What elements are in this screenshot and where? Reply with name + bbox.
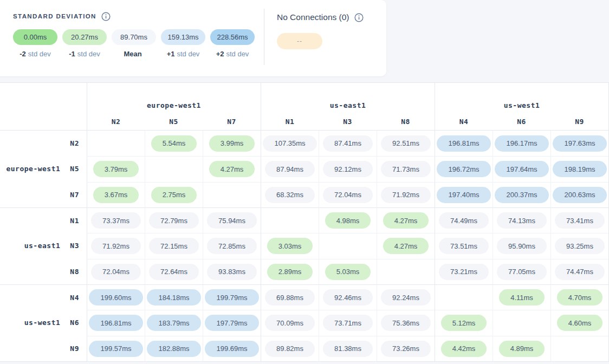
latency-pill[interactable]: 183.79ms — [147, 315, 200, 331]
latency-pill[interactable]: 196.72ms — [437, 161, 490, 177]
latency-pill[interactable]: 75.94ms — [207, 212, 257, 229]
latency-cell-N3-N7[interactable]: 72.85ms — [203, 233, 261, 258]
latency-cell-N9-N4[interactable]: 4.42ms — [435, 336, 493, 361]
latency-pill[interactable]: 92.24ms — [381, 289, 431, 306]
latency-cell-N5-N2[interactable]: 3.79ms — [87, 156, 145, 181]
latency-pill[interactable]: 73.71ms — [323, 315, 373, 331]
latency-cell-N2-N6[interactable]: 196.17ms — [493, 131, 550, 156]
latency-pill[interactable]: 4.98ms — [325, 212, 371, 229]
latency-cell-N7-N1[interactable]: 68.32ms — [261, 182, 319, 207]
latency-cell-N4-N2[interactable]: 199.60ms — [87, 284, 145, 310]
latency-cell-N8-N3[interactable]: 5.03ms — [319, 259, 377, 284]
latency-pill[interactable]: 4.11ms — [499, 289, 545, 306]
latency-cell-N6-N9[interactable]: 4.60ms — [550, 310, 608, 335]
latency-pill[interactable]: 198.19ms — [553, 161, 606, 177]
latency-pill[interactable]: 5.03ms — [325, 264, 371, 280]
latency-pill[interactable]: 197.40ms — [437, 187, 490, 203]
latency-cell-N3-N8[interactable]: 4.27ms — [377, 233, 435, 258]
latency-cell-N8-N2[interactable]: 72.04ms — [87, 259, 145, 284]
latency-cell-N6-N7[interactable]: 197.79ms — [203, 310, 261, 335]
latency-cell-N5-N9[interactable]: 198.19ms — [550, 156, 608, 181]
latency-pill[interactable]: 89.82ms — [265, 341, 315, 357]
latency-pill[interactable]: 196.81ms — [437, 135, 490, 152]
latency-pill[interactable]: 199.69ms — [205, 341, 258, 357]
latency-cell-N3-N6[interactable]: 95.90ms — [493, 233, 550, 258]
latency-pill[interactable]: 92.51ms — [381, 135, 431, 152]
info-icon[interactable] — [101, 12, 111, 21]
latency-cell-N7-N5[interactable]: 2.75ms — [145, 182, 203, 207]
latency-cell-N3-N2[interactable]: 71.92ms — [87, 233, 145, 258]
latency-cell-N3-N1[interactable]: 3.03ms — [261, 233, 319, 258]
latency-cell-N7-N2[interactable]: 3.67ms — [87, 182, 145, 207]
latency-cell-N6-N3[interactable]: 73.71ms — [319, 310, 377, 335]
latency-pill[interactable]: 3.03ms — [267, 238, 313, 254]
latency-pill[interactable]: 197.64ms — [495, 161, 548, 177]
latency-pill[interactable]: 72.04ms — [323, 187, 373, 203]
latency-pill[interactable]: 95.90ms — [497, 238, 547, 254]
latency-cell-N7-N4[interactable]: 197.40ms — [435, 182, 493, 207]
latency-pill[interactable]: 71.73ms — [381, 161, 431, 177]
latency-cell-N1-N3[interactable]: 4.98ms — [319, 207, 377, 233]
latency-cell-N2-N9[interactable]: 197.63ms — [550, 131, 608, 156]
latency-pill[interactable]: 4.60ms — [557, 315, 603, 331]
latency-cell-N1-N4[interactable]: 74.49ms — [435, 207, 493, 233]
latency-pill[interactable]: 196.81ms — [89, 315, 142, 331]
latency-pill[interactable]: 77.05ms — [497, 264, 547, 280]
latency-cell-N9-N3[interactable]: 81.38ms — [319, 336, 377, 361]
latency-pill[interactable]: 5.12ms — [441, 315, 487, 331]
latency-pill[interactable]: 93.25ms — [555, 238, 605, 254]
latency-cell-N8-N4[interactable]: 73.21ms — [435, 259, 493, 284]
latency-cell-N4-N1[interactable]: 69.88ms — [261, 284, 319, 310]
latency-cell-N9-N5[interactable]: 182.88ms — [145, 336, 203, 361]
latency-cell-N1-N5[interactable]: 72.79ms — [145, 207, 203, 233]
latency-pill[interactable]: 4.42ms — [441, 341, 487, 357]
latency-pill[interactable]: 72.79ms — [149, 212, 199, 229]
latency-pill[interactable]: 197.79ms — [205, 315, 258, 331]
latency-pill[interactable]: 74.47ms — [555, 264, 605, 280]
latency-pill[interactable]: 199.57ms — [89, 341, 142, 357]
latency-cell-N9-N2[interactable]: 199.57ms — [87, 336, 145, 361]
latency-pill[interactable]: 70.09ms — [265, 315, 315, 331]
latency-pill[interactable]: 4.27ms — [383, 238, 429, 254]
latency-cell-N3-N4[interactable]: 73.51ms — [435, 233, 493, 258]
latency-cell-N2-N5[interactable]: 5.54ms — [145, 131, 203, 156]
latency-pill[interactable]: 73.41ms — [555, 212, 605, 229]
latency-pill[interactable]: 74.13ms — [497, 212, 547, 229]
latency-pill[interactable]: 3.67ms — [93, 187, 139, 203]
latency-cell-N5-N3[interactable]: 92.12ms — [319, 156, 377, 181]
latency-cell-N4-N5[interactable]: 184.18ms — [145, 284, 203, 310]
info-icon[interactable] — [354, 13, 364, 22]
latency-pill[interactable]: 4.27ms — [209, 161, 255, 177]
latency-cell-N6-N1[interactable]: 70.09ms — [261, 310, 319, 335]
latency-cell-N3-N9[interactable]: 93.25ms — [550, 233, 608, 258]
latency-cell-N5-N6[interactable]: 197.64ms — [493, 156, 550, 181]
latency-cell-N9-N7[interactable]: 199.69ms — [203, 336, 261, 361]
latency-pill[interactable]: 68.32ms — [265, 187, 315, 203]
latency-cell-N8-N9[interactable]: 74.47ms — [550, 259, 608, 284]
latency-pill[interactable]: 92.46ms — [323, 289, 373, 306]
latency-cell-N2-N4[interactable]: 196.81ms — [435, 131, 493, 156]
latency-cell-N8-N7[interactable]: 93.83ms — [203, 259, 261, 284]
latency-pill[interactable]: 197.63ms — [553, 135, 606, 152]
latency-pill[interactable]: 72.85ms — [207, 238, 257, 254]
latency-pill[interactable]: 72.15ms — [149, 238, 199, 254]
latency-cell-N4-N8[interactable]: 92.24ms — [377, 284, 435, 310]
latency-pill[interactable]: 87.41ms — [323, 135, 373, 152]
latency-pill[interactable]: 4.70ms — [557, 289, 603, 306]
latency-pill[interactable]: 196.17ms — [495, 135, 548, 152]
latency-pill[interactable]: 2.89ms — [267, 264, 313, 280]
latency-pill[interactable]: 107.35ms — [263, 135, 316, 152]
latency-cell-N7-N6[interactable]: 200.37ms — [493, 182, 550, 207]
latency-cell-N1-N7[interactable]: 75.94ms — [203, 207, 261, 233]
latency-pill[interactable]: 184.18ms — [147, 289, 200, 306]
latency-pill[interactable]: 72.64ms — [149, 264, 199, 280]
latency-cell-N5-N8[interactable]: 71.73ms — [377, 156, 435, 181]
latency-cell-N8-N5[interactable]: 72.64ms — [145, 259, 203, 284]
latency-cell-N4-N9[interactable]: 4.70ms — [550, 284, 608, 310]
latency-pill[interactable]: 92.12ms — [323, 161, 373, 177]
latency-pill[interactable]: 72.04ms — [91, 264, 141, 280]
latency-cell-N7-N3[interactable]: 72.04ms — [319, 182, 377, 207]
latency-cell-N4-N7[interactable]: 199.79ms — [203, 284, 261, 310]
latency-cell-N6-N5[interactable]: 183.79ms — [145, 310, 203, 335]
latency-pill[interactable]: 71.92ms — [381, 187, 431, 203]
